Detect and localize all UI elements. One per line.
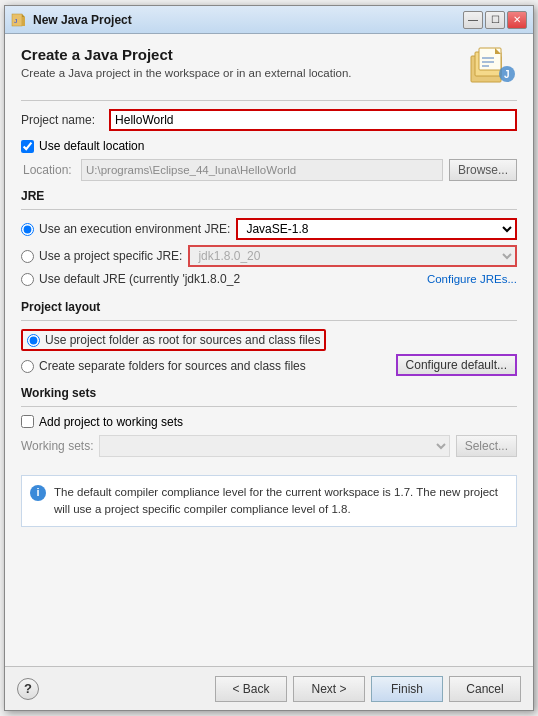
- restore-button[interactable]: ☐: [485, 11, 505, 29]
- main-window: J New Java Project — ☐ ✕ Create a Java P…: [4, 5, 534, 711]
- dialog-footer: ? < Back Next > Finish Cancel: [5, 666, 533, 710]
- location-label: Location:: [23, 163, 75, 177]
- layout-option2-row: Create separate folders for sources and …: [21, 359, 306, 373]
- jre-radio-2[interactable]: [21, 250, 34, 263]
- header-separator: [21, 100, 517, 101]
- jre-option1-row: Use an execution environment JRE: JavaSE…: [21, 218, 517, 240]
- next-button[interactable]: Next >: [293, 676, 365, 702]
- jre-section: JRE Use an execution environment JRE: Ja…: [21, 189, 517, 290]
- layout-option1-highlight: Use project folder as root for sources a…: [21, 329, 326, 351]
- jre-option3-row: Use default JRE (currently 'jdk1.8.0_2 C…: [21, 272, 517, 286]
- jre-separator: [21, 209, 517, 210]
- layout-option2-label: Create separate folders for sources and …: [39, 359, 306, 373]
- jre-dropdown-2[interactable]: jdk1.8.0_20: [188, 245, 517, 267]
- title-bar: J New Java Project — ☐ ✕: [5, 6, 533, 34]
- add-to-working-sets-checkbox[interactable]: [21, 415, 34, 428]
- back-button[interactable]: < Back: [215, 676, 287, 702]
- page-title: Create a Java Project: [21, 46, 469, 63]
- working-sets-field-row: Working sets: Select...: [21, 435, 517, 457]
- window-title: New Java Project: [33, 13, 463, 27]
- jre-option2-row: Use a project specific JRE: jdk1.8.0_20: [21, 245, 517, 267]
- add-to-working-sets-label: Add project to working sets: [39, 415, 183, 429]
- footer-left: ?: [17, 678, 39, 700]
- layout-section: Project layout Use project folder as roo…: [21, 300, 517, 376]
- layout-option1-label: Use project folder as root for sources a…: [45, 333, 320, 347]
- dialog-content: Create a Java Project Create a Java proj…: [5, 34, 533, 666]
- browse-button[interactable]: Browse...: [449, 159, 517, 181]
- window-controls: — ☐ ✕: [463, 11, 527, 29]
- select-button[interactable]: Select...: [456, 435, 517, 457]
- project-name-row: Project name:: [21, 109, 517, 131]
- use-default-location-checkbox[interactable]: [21, 140, 34, 153]
- jre-option1-label: Use an execution environment JRE:: [39, 222, 230, 236]
- working-sets-separator: [21, 406, 517, 407]
- minimize-button[interactable]: —: [463, 11, 483, 29]
- configure-defaults-button[interactable]: Configure default...: [396, 354, 517, 376]
- cancel-button[interactable]: Cancel: [449, 676, 521, 702]
- window-icon: J: [11, 12, 27, 28]
- working-sets-dropdown[interactable]: [99, 435, 449, 457]
- jre-option3-label: Use default JRE (currently 'jdk1.8.0_2: [39, 272, 240, 286]
- configure-jres-link[interactable]: Configure JREs...: [427, 273, 517, 285]
- use-default-location-label: Use default location: [39, 139, 144, 153]
- jre-section-label: JRE: [21, 189, 517, 203]
- jre-radio-3[interactable]: [21, 273, 34, 286]
- help-button[interactable]: ?: [17, 678, 39, 700]
- jre-option2-label: Use a project specific JRE:: [39, 249, 182, 263]
- working-sets-section: Working sets Add project to working sets…: [21, 386, 517, 457]
- location-row: Location: Browse...: [21, 159, 517, 181]
- info-box: i The default compiler compliance level …: [21, 475, 517, 528]
- jre-dropdown-1[interactable]: JavaSE-1.8: [236, 218, 517, 240]
- project-name-input[interactable]: [109, 109, 517, 131]
- layout-radios: Use project folder as root for sources a…: [21, 329, 326, 376]
- svg-rect-2: [22, 17, 25, 26]
- svg-text:J: J: [14, 18, 17, 24]
- info-icon: i: [30, 485, 46, 501]
- layout-radio-2[interactable]: [21, 360, 34, 373]
- jre-option3-radio-row: Use default JRE (currently 'jdk1.8.0_2: [21, 272, 240, 286]
- layout-options-row: Use project folder as root for sources a…: [21, 329, 517, 376]
- jre-radio-1[interactable]: [21, 223, 34, 236]
- layout-radio-1[interactable]: [27, 334, 40, 347]
- header-icon: J: [469, 46, 517, 86]
- location-input[interactable]: [81, 159, 443, 181]
- info-text: The default compiler compliance level fo…: [54, 484, 508, 519]
- svg-marker-1: [22, 14, 25, 17]
- page-header-text: Create a Java Project Create a Java proj…: [21, 46, 469, 79]
- working-sets-section-label: Working sets: [21, 386, 517, 400]
- svg-text:J: J: [504, 69, 510, 80]
- page-header: Create a Java Project Create a Java proj…: [21, 46, 517, 86]
- finish-button[interactable]: Finish: [371, 676, 443, 702]
- footer-right: < Back Next > Finish Cancel: [215, 676, 521, 702]
- use-default-location-row: Use default location: [21, 139, 517, 153]
- layout-section-label: Project layout: [21, 300, 517, 314]
- working-sets-field-label: Working sets:: [21, 439, 93, 453]
- layout-separator: [21, 320, 517, 321]
- close-button[interactable]: ✕: [507, 11, 527, 29]
- page-subtitle: Create a Java project in the workspace o…: [21, 67, 469, 79]
- project-name-label: Project name:: [21, 113, 95, 127]
- add-to-working-sets-row: Add project to working sets: [21, 415, 517, 429]
